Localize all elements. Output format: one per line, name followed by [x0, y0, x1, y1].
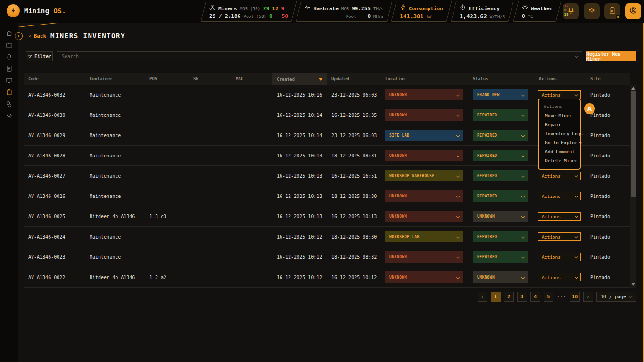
column-header-created[interactable]: Created — [272, 73, 327, 85]
stat-efficiency: Efficiency 1,423.62 W/TH/S — [451, 1, 514, 22]
status-select[interactable]: REPAIRED — [473, 150, 528, 161]
register-new-miner-button[interactable]: Register New Miner — [586, 51, 636, 61]
location-select[interactable]: WORKSHOP LAB — [385, 231, 463, 242]
location-select[interactable]: UNKNOWN — [385, 150, 463, 161]
cell-site: Pintado — [586, 173, 630, 179]
status-select[interactable]: BRAND NEW — [473, 89, 528, 100]
menu-item-go-to-explorer[interactable]: Go To Explorer — [539, 138, 580, 147]
menu-item-add-comment[interactable]: Add Comment — [539, 147, 580, 156]
cell-updated: 18-12-2025 08:30 — [327, 194, 380, 199]
scrollbar-thumb[interactable] — [631, 91, 636, 197]
actions-select[interactable]: Actions — [538, 192, 581, 200]
column-header-status[interactable]: Status — [468, 73, 534, 85]
page-prev-button[interactable]: ‹ — [478, 292, 487, 302]
sidebar-item-documents[interactable] — [3, 65, 15, 72]
column-header-location[interactable]: Location — [380, 73, 468, 85]
cell-site: Pintado — [586, 133, 630, 138]
vertical-scrollbar[interactable] — [630, 85, 636, 288]
status-select[interactable]: REPAIRED — [473, 231, 528, 242]
location-select[interactable]: UNKNOWN — [385, 190, 463, 202]
search-box — [57, 51, 582, 61]
status-select[interactable]: REPAIRED — [473, 170, 528, 181]
chevron-down-icon — [521, 174, 525, 177]
sidebar-item-home[interactable] — [3, 29, 15, 37]
filter-button[interactable]: Filter — [26, 51, 53, 61]
consumption-bolt-icon — [400, 3, 406, 9]
column-header-sn[interactable]: SN — [189, 73, 231, 85]
location-select[interactable]: UNKNOWN — [385, 211, 463, 222]
location-select[interactable]: UNKNOWN — [385, 251, 463, 263]
sidebar-item-settings[interactable] — [3, 112, 15, 119]
status-select[interactable]: UNKNOWN — [473, 211, 528, 222]
sidebar-item-notifications[interactable] — [3, 53, 15, 60]
column-header-actions[interactable]: Actions — [534, 73, 586, 85]
menu-item-inventory-logs[interactable]: Inventory Logs — [539, 129, 580, 138]
scroll-down-icon[interactable] — [631, 283, 635, 286]
back-arrow-icon: ‹ — [28, 33, 32, 39]
notifications-button[interactable]: 12 0 29 — [563, 3, 579, 19]
notification-counts: 12 0 29 — [564, 4, 568, 17]
page-button-4[interactable]: 4 — [530, 292, 540, 302]
actions-select[interactable]: Actions — [538, 232, 581, 241]
chevron-down-icon — [521, 194, 525, 197]
chevron-down-icon — [456, 194, 460, 197]
actions-select[interactable]: Actions — [538, 212, 581, 221]
actions-select[interactable]: Actions — [538, 90, 581, 99]
chevron-down-icon — [575, 214, 578, 218]
column-header-site[interactable]: Site — [586, 73, 630, 85]
actions-select[interactable]: Actions — [538, 172, 581, 180]
page-size-select[interactable]: 10 / page — [596, 292, 636, 302]
location-select[interactable]: UNKNOWN — [385, 272, 463, 283]
tasks-button[interactable]: 0 — [604, 3, 620, 19]
page-button-5[interactable]: 5 — [544, 292, 553, 302]
actions-select[interactable]: Actions — [538, 253, 581, 261]
menu-item-delete-miner[interactable]: Delete Miner — [539, 156, 580, 165]
sidebar-expand-button[interactable]: › — [15, 32, 23, 40]
sidebar-item-inventory[interactable] — [3, 88, 15, 96]
status-select[interactable]: REPAIRED — [473, 251, 528, 263]
status-select[interactable]: REPAIRED — [473, 130, 528, 141]
cell-created: 16-12-2025 10:16 — [272, 92, 327, 98]
status-select[interactable]: REPAIRED — [473, 190, 528, 202]
location-select[interactable]: UNKNOWN — [385, 109, 463, 121]
status-select[interactable]: REPAIRED — [473, 109, 528, 121]
column-header-updated[interactable]: Updated — [327, 73, 380, 85]
clipboard-icon — [609, 7, 616, 16]
column-header-code[interactable]: Code — [24, 73, 85, 85]
chevron-down-icon — [521, 255, 525, 258]
hashrate-mos-value: 99.255 — [352, 6, 371, 12]
cell-created: 16-12-2025 10:12 — [272, 234, 327, 239]
actions-select[interactable]: Actions — [538, 273, 581, 281]
account-button[interactable] — [625, 3, 641, 19]
status-select[interactable]: UNKNOWN — [473, 272, 528, 283]
page-button-1[interactable]: 1 — [491, 292, 501, 302]
page-button-2[interactable]: 2 — [504, 292, 514, 302]
sound-button[interactable] — [584, 3, 600, 19]
column-header-container[interactable]: Container — [85, 73, 145, 85]
sidebar-item-assets[interactable] — [3, 100, 15, 107]
table-row: AV-A1346-0024Maintenance16-12-2025 10:12… — [24, 227, 630, 247]
menu-item-repair[interactable]: Repair — [539, 120, 580, 129]
location-select[interactable]: SITE LAB — [385, 130, 463, 141]
chevron-down-icon — [521, 275, 525, 279]
sidebar-item-folder[interactable] — [3, 41, 15, 49]
scroll-up-icon[interactable] — [631, 87, 635, 90]
app-logo[interactable]: Mining OS. — [7, 4, 66, 17]
menu-item-move-miner[interactable]: Move Miner — [539, 111, 580, 120]
cell-container: Maintenance — [85, 234, 145, 239]
location-select[interactable]: UNKNOWN — [385, 89, 463, 100]
location-select[interactable]: WORKSHOP WAREHOUSE — [385, 170, 463, 181]
page-button-3[interactable]: 3 — [517, 292, 527, 302]
filter-funnel-icon — [27, 54, 32, 59]
table-row: AV-A1346-0026Maintenance16-12-2025 10:13… — [24, 186, 630, 206]
page-button-10[interactable]: 10 — [570, 292, 580, 302]
cell-created: 16-12-2025 10:14 — [272, 113, 327, 118]
column-header-pos[interactable]: POS — [145, 73, 189, 85]
page-next-button[interactable]: › — [583, 292, 593, 302]
sidebar-item-monitor[interactable] — [3, 76, 15, 84]
search-input[interactable] — [57, 54, 575, 59]
table-row: AV-A1346-0022Bitdeer 4b A13461-2_a216-12… — [24, 267, 630, 288]
column-header-mac[interactable]: MAC — [231, 73, 272, 85]
efficiency-clock-icon — [460, 3, 466, 9]
back-button[interactable]: ‹Back — [28, 33, 46, 39]
